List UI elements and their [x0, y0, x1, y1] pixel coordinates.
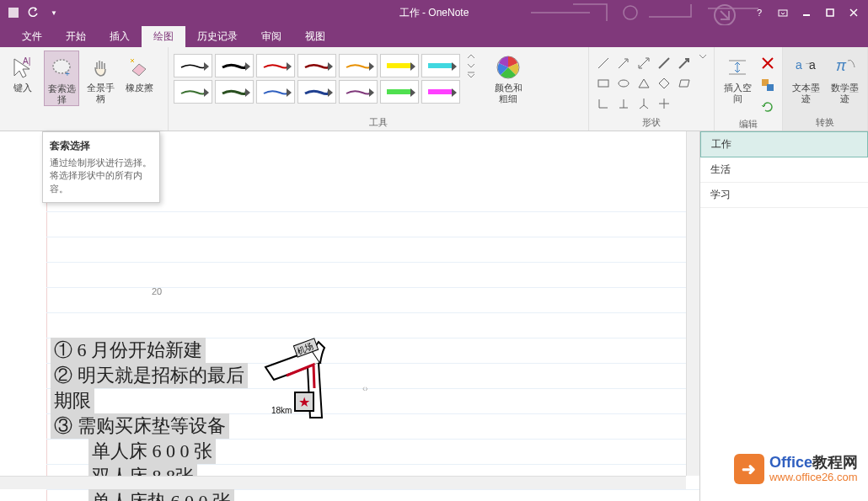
shape-parallelogram[interactable]: [675, 74, 694, 93]
hl-cyan[interactable]: [421, 54, 460, 77]
svg-rect-1: [8, 8, 19, 18]
svg-line-19: [659, 58, 669, 68]
cursor-marker: ‹›: [362, 384, 368, 393]
note-line-7: 单人床垫 6 0 0 张: [88, 489, 234, 501]
menu-bar: 文件 开始 插入 绘图 历史记录 审阅 视图: [0, 25, 868, 47]
svg-rect-13: [428, 89, 453, 94]
undo-icon[interactable]: [27, 6, 40, 19]
svg-text:+: +: [65, 69, 70, 78]
pen-gallery[interactable]: [174, 51, 460, 104]
close-icon[interactable]: [843, 4, 865, 21]
math-ink-button[interactable]: π 数学墨迹: [827, 51, 862, 104]
svg-rect-12: [387, 89, 412, 94]
vertical-scrollbar[interactable]: [686, 131, 699, 476]
shape-arrow[interactable]: [614, 54, 633, 72]
shapes-expand[interactable]: [697, 51, 709, 62]
shape-axes-xy[interactable]: [594, 94, 613, 113]
dropdown-icon[interactable]: ▼: [47, 6, 61, 19]
pen-black-thin[interactable]: [174, 54, 212, 77]
app-icon: [7, 6, 20, 19]
pen-darkblue[interactable]: [297, 80, 336, 104]
svg-rect-10: [387, 63, 412, 68]
shape-line[interactable]: [594, 54, 613, 72]
pen-orange[interactable]: [339, 54, 378, 77]
svg-text:A|: A|: [23, 56, 30, 66]
notebook-tab-study[interactable]: 学习: [700, 183, 868, 208]
text-ink-button[interactable]: a→a 文本墨迹: [788, 51, 823, 104]
hl-green[interactable]: [380, 80, 419, 104]
shapes-gallery[interactable]: [594, 51, 694, 113]
pen-purple[interactable]: [339, 80, 378, 104]
menu-view[interactable]: 视图: [293, 26, 337, 47]
notebook-tab-work[interactable]: 工作: [700, 131, 868, 157]
ribbon: A| 键入 + 套索选择 全景手柄 橡皮擦: [0, 47, 868, 131]
svg-line-17: [619, 60, 627, 68]
shape-diamond[interactable]: [655, 74, 673, 93]
svg-point-22: [619, 80, 629, 87]
shape-rect[interactable]: [594, 74, 613, 93]
pen-gallery-expand[interactable]: [463, 51, 479, 81]
svg-text:a: a: [796, 58, 802, 72]
svg-text:18km: 18km: [271, 406, 292, 415]
watermark: ➜ Office教程网 www.office26.com: [734, 454, 858, 484]
hl-magenta[interactable]: [421, 80, 460, 104]
help-icon[interactable]: ?: [748, 4, 770, 21]
svg-text:a: a: [809, 58, 816, 72]
minimize-icon[interactable]: [796, 4, 817, 21]
note-line-5: 单人床 6 0 0 张: [88, 439, 216, 464]
svg-rect-4: [827, 9, 833, 16]
color-weight-button[interactable]: 颜色和粗细: [490, 51, 526, 104]
rotate-button[interactable]: [758, 98, 777, 116]
note-line-2: ② 明天就是招标的最后: [51, 363, 248, 388]
svg-rect-11: [428, 63, 453, 68]
svg-line-20: [679, 60, 688, 68]
pan-button[interactable]: 全景手柄: [83, 51, 118, 104]
pen-red[interactable]: [256, 54, 295, 77]
ribbon-toggle-icon[interactable]: [772, 4, 794, 21]
notebook-panel: 工作 生活 学习: [699, 131, 868, 501]
menu-draw[interactable]: 绘图: [142, 26, 185, 47]
svg-rect-2: [779, 10, 787, 16]
window-title: 工作 - OneNote: [399, 6, 469, 20]
svg-rect-26: [767, 84, 774, 91]
menu-review[interactable]: 审阅: [249, 26, 293, 47]
shape-axes-3d[interactable]: [635, 94, 653, 113]
pen-darkgreen[interactable]: [215, 80, 254, 104]
svg-rect-21: [598, 80, 608, 87]
svg-line-18: [640, 59, 648, 67]
shape-axes-cross[interactable]: [655, 94, 673, 113]
menu-insert[interactable]: 插入: [98, 26, 142, 47]
pen-green[interactable]: [174, 80, 212, 104]
pen-black-thick[interactable]: [215, 54, 254, 77]
pen-darkred[interactable]: [297, 54, 336, 77]
maximize-icon[interactable]: [819, 4, 841, 21]
lasso-button[interactable]: + 套索选择: [44, 51, 79, 106]
horizontal-scrollbar[interactable]: [0, 476, 686, 489]
note-line-3: 期限: [51, 388, 94, 413]
menu-history[interactable]: 历史记录: [185, 26, 249, 47]
menu-file[interactable]: 文件: [10, 26, 54, 47]
eraser-button[interactable]: 橡皮擦: [121, 51, 157, 93]
note-line-4: ③ 需购买床垫等设备: [51, 413, 229, 439]
note-line-1: ① 6 月份开始新建: [51, 338, 206, 363]
shape-triangle[interactable]: [635, 74, 653, 93]
svg-line-16: [598, 58, 608, 68]
map-sketch: 机场 ★ 18km: [261, 338, 354, 430]
title-bar: ▼ 工作 - OneNote ?: [0, 0, 868, 25]
shape-double-arrow[interactable]: [635, 54, 653, 72]
shape-axes-yx[interactable]: [614, 94, 633, 113]
insert-space-button[interactable]: 插入空间: [720, 51, 755, 104]
menu-home[interactable]: 开始: [54, 26, 98, 47]
svg-text:π: π: [836, 57, 847, 74]
arrange-button[interactable]: [758, 76, 777, 94]
shape-arrow2[interactable]: [675, 54, 694, 72]
svg-text:★: ★: [298, 395, 310, 409]
lasso-tooltip: 套索选择 通过绘制形状进行选择。将选择形状中的所有内容。: [42, 131, 160, 203]
delete-button[interactable]: [758, 54, 777, 72]
notebook-tab-life[interactable]: 生活: [700, 157, 868, 183]
shape-line2[interactable]: [655, 54, 673, 72]
hl-yellow[interactable]: [380, 54, 419, 77]
type-button[interactable]: A| 键入: [5, 51, 40, 93]
pen-blue[interactable]: [256, 80, 295, 104]
shape-ellipse[interactable]: [614, 74, 633, 93]
